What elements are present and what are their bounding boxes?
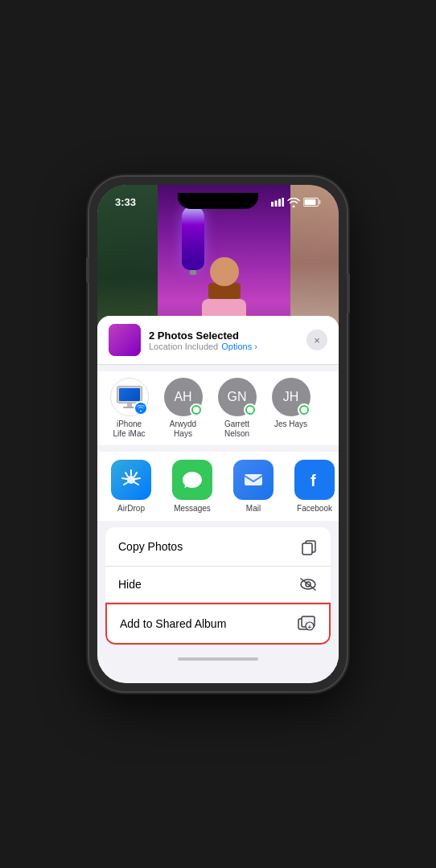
svg-text:+: + [308, 624, 312, 631]
contact-item-iphone-life-imac[interactable]: iPhoneLife iMac [107, 378, 151, 439]
initials-ah: AH [174, 390, 191, 404]
contact-avatar-gn: GN [218, 378, 257, 416]
copy-icon [300, 538, 318, 555]
contact-item-garrett-nelson[interactable]: GN GarrettNelson [215, 378, 259, 439]
svg-rect-2 [278, 199, 281, 207]
home-indicator [97, 651, 339, 667]
contact-avatar-imac [110, 378, 149, 416]
shared-album-icon: + [297, 615, 316, 633]
airdrop-label: AirDrop [117, 504, 145, 513]
status-icons [271, 198, 321, 207]
share-sheet: 2 Photos Selected Location Included Opti… [97, 316, 339, 683]
add-to-shared-album-label: Add to Shared Album [120, 617, 226, 630]
status-time: 3:33 [115, 196, 136, 208]
svg-rect-8 [245, 474, 262, 485]
contact-item-jes-hays[interactable]: JH Jes Hays [269, 378, 313, 439]
facebook-app-icon: f [294, 460, 335, 500]
svg-rect-6 [319, 200, 321, 204]
app-item-mail[interactable]: Mail [229, 460, 278, 513]
svg-rect-14 [302, 543, 312, 555]
contact-avatar-ah: AH [164, 378, 203, 416]
battery-icon [303, 198, 321, 207]
copy-photos-label: Copy Photos [118, 540, 183, 553]
facebook-icon: f [303, 469, 326, 491]
hide-icon [298, 577, 318, 592]
initials-gn: GN [228, 390, 247, 404]
notch [178, 193, 258, 209]
facebook-label: Facebook [297, 504, 332, 513]
signal-icon [271, 198, 284, 207]
svg-text:f: f [311, 472, 316, 489]
contacts-row: iPhoneLife iMac AH ArwyddHays [97, 371, 339, 445]
action-copy-photos[interactable]: Copy Photos [105, 527, 331, 567]
imessage-badge-jh [298, 403, 311, 416]
contact-avatar-jh: JH [272, 378, 311, 416]
wifi-badge-imac [134, 401, 148, 416]
svg-rect-1 [275, 201, 278, 207]
contact-item-arwydd-hays[interactable]: AH ArwyddHays [161, 378, 205, 439]
airdrop-icon [120, 469, 142, 491]
messages-app-icon [172, 460, 212, 500]
app-item-facebook[interactable]: f Facebook [290, 460, 339, 513]
app-item-airdrop[interactable]: AirDrop [107, 460, 155, 513]
airdrop-app-icon [111, 460, 151, 500]
action-list: Copy Photos Hide [105, 527, 331, 645]
share-header: 2 Photos Selected Location Included Opti… [97, 316, 339, 365]
action-hide[interactable]: Hide [105, 567, 331, 603]
messages-icon [181, 469, 204, 491]
messages-label: Messages [174, 504, 211, 513]
mail-label: Mail [246, 504, 261, 513]
svg-rect-0 [271, 202, 274, 207]
home-bar [178, 657, 258, 661]
wifi-icon [287, 198, 300, 207]
apps-row: AirDrop Messages [97, 452, 339, 521]
mail-icon [242, 469, 265, 491]
share-subtitle: Location Included Options › [149, 342, 298, 351]
svg-rect-5 [305, 199, 316, 205]
phone-frame: 3:33 [89, 177, 347, 691]
screen: 3:33 [97, 185, 339, 683]
contact-name-jh: Jes Hays [274, 420, 307, 429]
contact-name-ah: ArwyddHays [170, 420, 196, 439]
options-link[interactable]: Options › [221, 342, 257, 351]
initials-jh: JH [283, 390, 299, 404]
location-label: Location Included [149, 342, 218, 351]
photos-selected-title: 2 Photos Selected [149, 330, 298, 342]
contact-name-gn: GarrettNelson [224, 420, 249, 439]
close-button[interactable]: × [306, 330, 327, 350]
share-info: 2 Photos Selected Location Included Opti… [149, 330, 298, 351]
imessage-badge-ah [190, 403, 203, 416]
hide-label: Hide [118, 578, 142, 591]
action-add-to-shared-album[interactable]: Add to Shared Album + [105, 603, 331, 645]
app-item-messages[interactable]: Messages [168, 460, 216, 513]
mail-app-icon [233, 460, 274, 500]
svg-rect-3 [282, 198, 285, 207]
imessage-badge-gn [244, 403, 257, 416]
contact-name-imac: iPhoneLife iMac [113, 420, 145, 439]
share-thumbnail [109, 324, 141, 356]
